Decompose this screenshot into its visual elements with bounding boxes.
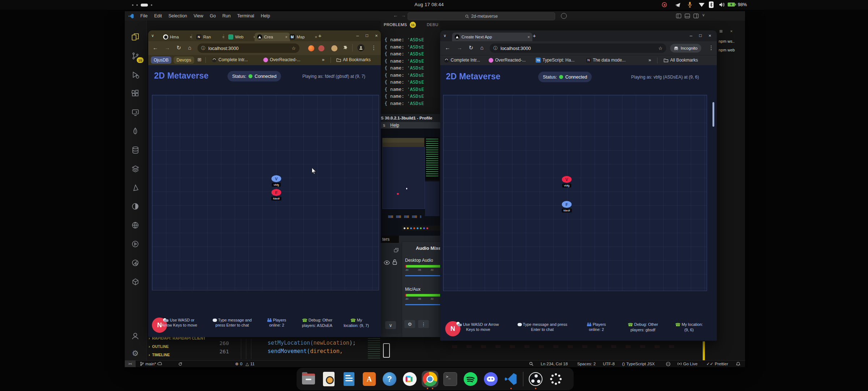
clock[interactable]: Aug 17 08:44: [414, 2, 444, 7]
menu-item[interactable]: Edit: [151, 13, 165, 18]
close-button[interactable]: ×: [375, 33, 378, 38]
page-scrollbar-thumb[interactable]: [712, 102, 714, 127]
browser-menu-kebab-icon[interactable]: ⋮: [371, 45, 376, 51]
bookmark-item[interactable]: OverReacted-...: [263, 57, 301, 62]
menu-item[interactable]: Terminal: [234, 13, 258, 18]
home-icon[interactable]: ⌂: [480, 45, 484, 51]
split-terminal-icon[interactable]: ⊞: [719, 29, 723, 34]
bookmark-star-icon[interactable]: ☆: [292, 46, 296, 51]
bookmark-item[interactable]: Complete Intr...: [444, 58, 480, 63]
account-icon[interactable]: [130, 331, 141, 341]
profile-avatar[interactable]: [357, 44, 365, 51]
explorer-icon[interactable]: [130, 31, 141, 42]
dock-files-icon[interactable]: [300, 371, 317, 387]
bookmark-item[interactable]: Complete Intr...: [212, 57, 248, 62]
sidebar-section-timeline[interactable]: › TIMELINE: [149, 351, 217, 359]
remote-indicator[interactable]: ><: [125, 361, 136, 367]
sidebar-section-outline[interactable]: › OUTLINE: [149, 342, 217, 350]
dock-discord-icon[interactable]: [482, 371, 499, 387]
dock-slack-icon[interactable]: [401, 371, 418, 387]
new-tab-button[interactable]: +: [318, 33, 322, 39]
minimize-button[interactable]: –: [356, 33, 359, 38]
nav-forward-icon[interactable]: →: [401, 13, 406, 18]
go-live-button[interactable]: Go Live: [677, 361, 698, 367]
settings-gear-icon[interactable]: ⚙: [130, 348, 141, 359]
back-icon[interactable]: ←: [153, 45, 158, 51]
zoom-indicator-icon[interactable]: [529, 361, 533, 367]
workspace-dot[interactable]: [132, 4, 133, 6]
mongodb-icon[interactable]: [130, 126, 141, 136]
dock-show-apps-icon[interactable]: [548, 371, 564, 387]
remote-explorer-icon[interactable]: [130, 107, 141, 118]
dock-app-store-icon[interactable]: A: [361, 371, 378, 387]
menu-item[interactable]: View: [190, 13, 207, 18]
dock-rhythmbox-icon[interactable]: [320, 371, 337, 387]
layout-secondary-icon[interactable]: [693, 13, 699, 18]
layers-icon[interactable]: [130, 163, 141, 174]
reload-icon[interactable]: ↻: [469, 45, 473, 51]
address-bar[interactable]: ⓘ localhost:3000 ☆: [490, 43, 666, 53]
workspace-dot[interactable]: [136, 4, 138, 6]
workspace-active-pill[interactable]: [141, 4, 148, 7]
obs-preview[interactable]: [381, 129, 440, 236]
battery-icon[interactable]: [728, 3, 735, 7]
problems-status[interactable]: ⊗0 △11: [235, 361, 255, 367]
menu-item[interactable]: Go: [207, 13, 219, 18]
game-canvas[interactable]: V vbfg F fdedf: [443, 95, 707, 291]
firefox-extension-icon[interactable]: [308, 45, 314, 51]
dock-terminal-icon[interactable]: >_: [442, 371, 459, 387]
menu-item[interactable]: File: [137, 13, 151, 18]
sync-icon[interactable]: [178, 361, 182, 367]
tab-debug-console[interactable]: DEBU: [427, 22, 438, 27]
reload-icon[interactable]: ↻: [176, 45, 181, 51]
run-debug-icon[interactable]: [130, 69, 141, 80]
dock-obs-icon[interactable]: [527, 371, 544, 387]
browser-tab-active[interactable]: Create Next App ×: [452, 33, 532, 41]
mixer-settings-button[interactable]: ⚙: [404, 320, 415, 328]
forward-icon[interactable]: →: [457, 45, 462, 51]
bookmark-item[interactable]: TS TypeScript: Ha...: [536, 58, 575, 63]
site-info-icon[interactable]: ⓘ: [201, 45, 205, 51]
volume-icon[interactable]: [719, 2, 725, 7]
cursor-position[interactable]: Ln 234, Col 18: [541, 361, 568, 367]
dock-spotify-icon[interactable]: [462, 371, 479, 387]
apps-grid-icon[interactable]: ⊞: [197, 57, 201, 62]
all-bookmarks[interactable]: All Bookmarks: [336, 57, 371, 62]
dock-help-icon[interactable]: ?: [381, 371, 398, 387]
back-icon[interactable]: ←: [445, 45, 450, 51]
layout-panel-icon[interactable]: [685, 13, 690, 18]
site-info-icon[interactable]: ⓘ: [493, 45, 498, 51]
tab-close-icon[interactable]: ×: [315, 35, 317, 39]
menu-item[interactable]: Help: [258, 13, 273, 18]
database-icon[interactable]: [130, 144, 141, 155]
dock-chrome-icon[interactable]: [422, 371, 438, 387]
indentation[interactable]: Spaces: 2: [577, 361, 596, 367]
mixer-menu-button[interactable]: ⋮: [418, 320, 429, 328]
workspace-dot[interactable]: [151, 4, 152, 6]
sources-collapse-button[interactable]: ∨: [385, 321, 396, 329]
swirl-extension-icon[interactable]: [130, 201, 141, 212]
minimap[interactable]: [368, 338, 380, 360]
notifications-bell-icon[interactable]: [736, 361, 740, 367]
obs-menu-fragment[interactable]: s: [383, 123, 385, 128]
nav-back-icon[interactable]: ←: [393, 13, 398, 18]
dock-writer-icon[interactable]: [341, 371, 357, 387]
code-line[interactable]: sendMovement(direction,: [268, 348, 343, 354]
maximize-button[interactable]: □: [699, 33, 702, 38]
tab-problems[interactable]: PROBLEMS: [384, 22, 407, 27]
obs-menu-help[interactable]: Help: [390, 123, 399, 128]
profile-icon[interactable]: [561, 13, 567, 19]
bluetooth-icon[interactable]: [709, 1, 714, 8]
volume-slider[interactable]: [405, 304, 440, 305]
extensions-puzzle-icon[interactable]: [343, 45, 349, 51]
globe-extension-icon[interactable]: [130, 220, 141, 231]
close-button[interactable]: ×: [709, 33, 711, 38]
forward-icon[interactable]: →: [165, 45, 170, 51]
branch-circle-icon[interactable]: [130, 257, 141, 268]
bookmark-item[interactable]: OverReacted-...: [489, 58, 526, 63]
tab-search-chevron-icon[interactable]: ∨: [151, 33, 154, 38]
copilot-icon[interactable]: [666, 361, 671, 367]
incognito-badge[interactable]: Incognito: [670, 44, 701, 52]
lock-icon[interactable]: [392, 259, 397, 265]
bookmarks-overflow-icon[interactable]: »: [322, 57, 324, 62]
